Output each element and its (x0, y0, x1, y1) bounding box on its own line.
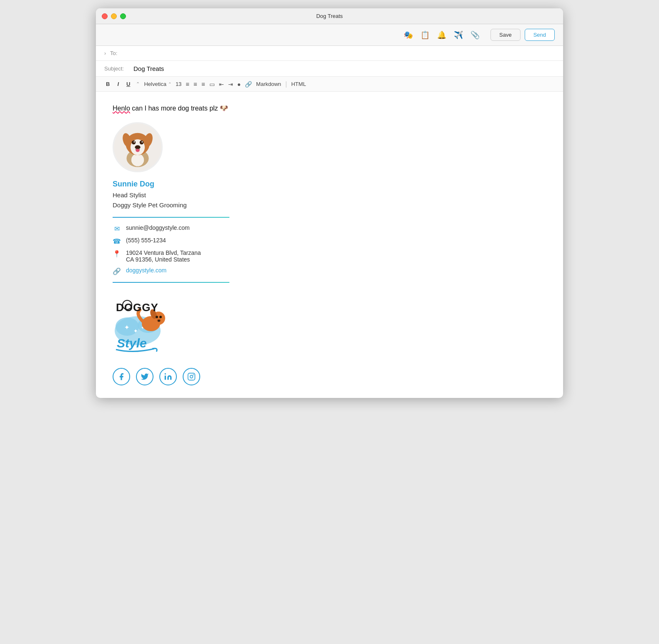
paperplane-icon[interactable]: ✈️ (454, 30, 463, 40)
format-bar: B I U ⌃ Helvetica ⌃ 13 ≡ ≡ ≡ ▭ ⇤ ⇥ ● 🔗 M… (96, 77, 563, 92)
html-mode[interactable]: HTML (291, 81, 306, 87)
svg-point-7 (132, 141, 136, 145)
social-icons (113, 368, 546, 385)
contact-phone: (555) 555-1234 (126, 237, 166, 244)
linkedin-icon[interactable] (159, 368, 177, 385)
svg-point-22 (159, 316, 162, 318)
contact-email: sunnie@doggystyle.com (126, 224, 190, 231)
location-icon: 📍 (113, 250, 121, 258)
svg-point-2 (131, 153, 144, 166)
text-style-chevron-icon[interactable]: ⌃ (136, 81, 140, 87)
expand-arrow-icon[interactable]: › (104, 50, 106, 56)
svg-point-32 (190, 375, 193, 378)
mode-separator: | (285, 80, 287, 88)
svg-text:DOGGY: DOGGY (116, 301, 158, 314)
font-chevron-icon: ⌃ (168, 82, 171, 86)
align-center-icon[interactable]: ≡ (194, 80, 197, 88)
svg-point-8 (140, 141, 144, 145)
text-box-icon[interactable]: ▭ (209, 81, 215, 88)
svg-point-9 (134, 141, 135, 143)
email-body-text[interactable]: Henlo can I has more dog treats plz 🐶 (113, 104, 546, 112)
svg-point-25 (158, 320, 160, 322)
save-button[interactable]: Save (490, 29, 521, 41)
bullet-icon[interactable]: ● (237, 81, 241, 88)
svg-point-11 (135, 145, 140, 149)
toolbar-icons: 🎭 📋 🔔 ✈️ 📎 (404, 30, 480, 40)
subject-row: Subject: Dog Treats (96, 61, 563, 77)
font-size[interactable]: 13 (176, 81, 181, 87)
contact-email-row: ✉ sunnie@doggystyle.com (113, 224, 546, 233)
svg-point-33 (193, 375, 194, 375)
contact-website-row: 🔗 doggystyle.com (113, 267, 546, 275)
paperclip-icon[interactable]: 📎 (470, 30, 480, 40)
indent-right-icon[interactable]: ⇥ (228, 81, 233, 88)
indent-left-icon[interactable]: ⇤ (219, 81, 224, 88)
markdown-mode[interactable]: Markdown (256, 81, 281, 87)
subject-value[interactable]: Dog Treats (133, 65, 164, 72)
signature-contact: ✉ sunnie@doggystyle.com ☎ (555) 555-1234… (113, 224, 546, 275)
minimize-button[interactable] (111, 13, 117, 19)
send-button[interactable]: Send (525, 29, 555, 41)
to-label: To: (110, 50, 127, 56)
signature-title: Head Stylist Doggy Style Pet Grooming (113, 190, 546, 210)
traffic-lights (102, 13, 126, 19)
instagram-icon[interactable] (183, 368, 200, 385)
contact-address: 19024 Ventura Blvd, Tarzana CA 91356, Un… (126, 249, 201, 263)
facebook-icon[interactable] (113, 368, 130, 385)
toolbar-buttons: Save Send (490, 29, 555, 41)
align-right-icon[interactable]: ≡ (201, 80, 205, 88)
svg-point-12 (136, 149, 140, 152)
twitter-icon[interactable] (136, 368, 153, 385)
phone-icon: ☎ (113, 237, 121, 245)
svg-point-23 (156, 316, 158, 318)
signature-divider (113, 217, 229, 218)
clipboard-icon[interactable]: 📋 (420, 30, 430, 40)
align-left-icon[interactable]: ≡ (186, 80, 189, 88)
signature-name: Sunnie Dog (113, 180, 546, 189)
signature-logo: ✦ ✦ ✦ DOGGY (113, 291, 546, 360)
toolbar: 🎭 📋 🔔 ✈️ 📎 Save Send (96, 24, 563, 46)
contact-phone-row: ☎ (555) 555-1234 (113, 237, 546, 245)
to-input[interactable] (131, 50, 555, 56)
svg-text:Style: Style (117, 336, 147, 350)
signature-divider-2 (113, 282, 229, 283)
subject-label: Subject: (104, 65, 129, 72)
close-button[interactable] (102, 13, 108, 19)
mask-icon[interactable]: 🎭 (404, 30, 413, 40)
bell-icon[interactable]: 🔔 (437, 30, 446, 40)
link-icon[interactable]: 🔗 (245, 81, 252, 88)
svg-text:✦: ✦ (124, 324, 129, 331)
title-bar: Dog Treats (96, 8, 563, 24)
spell-error-word: Henlo (113, 105, 130, 112)
font-selector[interactable]: Helvetica ⌃ (144, 81, 171, 87)
window-title: Dog Treats (316, 13, 343, 19)
website-icon: 🔗 (113, 267, 121, 275)
svg-text:✦: ✦ (133, 328, 138, 334)
email-signature: Sunnie Dog Head Stylist Doggy Style Pet … (113, 122, 546, 385)
maximize-button[interactable] (120, 13, 126, 19)
svg-point-30 (165, 373, 166, 375)
italic-button[interactable]: I (116, 80, 121, 88)
to-row: › To: (96, 46, 563, 61)
underline-button[interactable]: U (125, 80, 132, 88)
email-window: Dog Treats 🎭 📋 🔔 ✈️ 📎 Save Send › To: Su… (96, 8, 563, 398)
email-icon: ✉ (113, 225, 121, 233)
contact-address-row: 📍 19024 Ventura Blvd, Tarzana CA 91356, … (113, 249, 546, 263)
svg-rect-31 (188, 373, 195, 380)
email-body[interactable]: Henlo can I has more dog treats plz 🐶 (96, 92, 563, 398)
contact-website[interactable]: doggystyle.com (126, 267, 166, 274)
avatar (113, 122, 163, 172)
svg-point-10 (142, 141, 143, 143)
bold-button[interactable]: B (104, 80, 111, 88)
svg-rect-29 (165, 376, 166, 380)
